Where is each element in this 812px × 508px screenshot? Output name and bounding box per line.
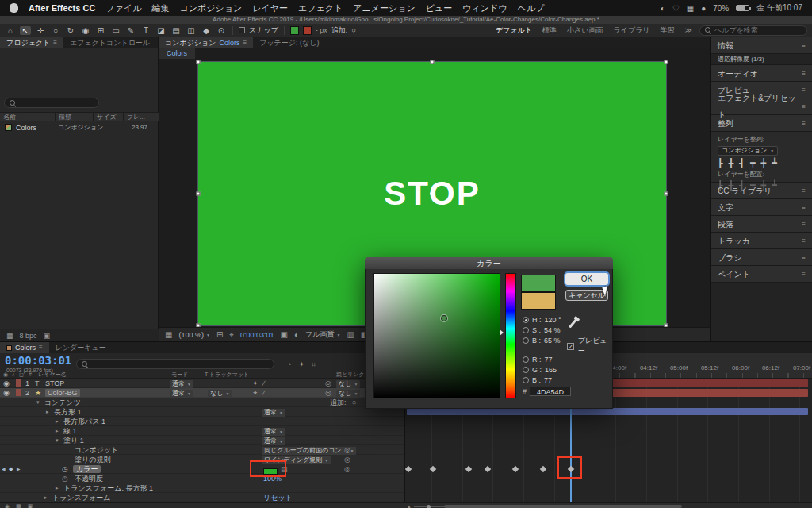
panel-menu-icon[interactable]: ≡ <box>802 98 806 115</box>
workspace-learn[interactable]: 学習 <box>657 25 678 36</box>
status-icon-4[interactable]: ● <box>701 4 706 13</box>
layer-bar-rectangle[interactable] <box>407 408 808 415</box>
parent-dropdown[interactable]: なし▼ <box>336 380 360 388</box>
selection-handle[interactable] <box>197 60 201 64</box>
quality-switch-icon[interactable]: ✦ <box>252 388 259 398</box>
eyedropper-icon[interactable] <box>569 319 577 329</box>
panel-menu-icon[interactable]: ≡ <box>802 65 806 82</box>
draft3d-icon[interactable]: ✦ <box>298 360 304 369</box>
motion-blur-switch-icon[interactable]: ∕ <box>263 379 265 388</box>
transparency-grid-icon[interactable]: ▦ <box>165 330 172 339</box>
property-group-stroke-1[interactable]: ▸ 線 1 通常▼ <box>0 426 404 436</box>
solo-column-icon[interactable]: ◻ <box>19 371 24 379</box>
dialog-title[interactable]: カラー <box>365 257 613 269</box>
mask-visibility-icon[interactable]: ⌖ <box>229 330 234 340</box>
tab-effect-controls[interactable]: エフェクトコントロール <box>63 37 156 48</box>
hue-strip[interactable] <box>505 273 516 398</box>
pickwhip-icon[interactable]: ◎ <box>344 455 350 464</box>
group-name[interactable]: トランスフォーム <box>52 493 110 502</box>
twirl-right-icon[interactable]: ▸ <box>56 483 59 493</box>
timeline-search-box[interactable] <box>76 359 274 369</box>
panel-audio[interactable]: オーディオ ≡ <box>711 65 812 82</box>
workspace-default[interactable]: デフォルト <box>492 25 535 36</box>
property-composite[interactable]: コンポジット 同じグループの前面のコン…▼ ◎ <box>0 445 404 455</box>
expand-layers-icon[interactable]: ◉ <box>5 503 10 508</box>
tab-footage[interactable]: フッテージ: (なし) <box>253 37 325 48</box>
field-green[interactable]: G :165 <box>523 365 557 375</box>
frame-blend-icon[interactable]: ⌗ <box>312 360 316 369</box>
selection-handle[interactable] <box>665 60 668 64</box>
column-parent-link[interactable]: 親とリンク <box>336 371 365 379</box>
viewer-tab-colors[interactable]: Colors <box>159 48 195 59</box>
fill-color-swatch[interactable] <box>290 26 299 35</box>
menu-edit[interactable]: 編集 <box>151 2 169 14</box>
current-time-display[interactable]: 0:00:03:01 <box>5 354 71 367</box>
radio-hue[interactable] <box>523 317 529 323</box>
apple-icon[interactable] <box>10 3 18 13</box>
panel-paragraph[interactable]: 段落 ≡ <box>711 216 812 233</box>
workspace-small-screen[interactable]: 小さい画面 <box>564 25 606 36</box>
property-color[interactable]: ◀ ◆ ▶ ◷ カラー ▤ ◎ <box>0 464 404 474</box>
panel-menu-icon[interactable]: ≡ <box>802 233 806 249</box>
prev-keyframe-icon[interactable]: ◀ <box>2 464 6 474</box>
panel-menu-icon[interactable]: ≡ <box>53 37 57 48</box>
radio-green[interactable] <box>523 367 529 373</box>
group-name[interactable]: 長方形 1 <box>54 407 82 417</box>
panel-tracker[interactable]: トラッカー ≡ <box>711 233 812 249</box>
home-tool-icon[interactable]: ⌂ <box>5 26 16 35</box>
group-blend-mode-dropdown[interactable]: 通常▼ <box>262 437 285 445</box>
help-search-box[interactable] <box>699 25 807 36</box>
column-fps[interactable]: フレ... <box>124 113 155 121</box>
audio-column-icon[interactable]: ♪ <box>12 371 15 379</box>
zoom-out-icon[interactable]: ▴ <box>408 503 411 508</box>
twirl-right-icon[interactable]: ▸ <box>56 426 59 436</box>
menu-help[interactable]: ヘルプ <box>518 2 545 14</box>
grid-guides-icon[interactable]: ⊞ <box>216 330 223 339</box>
clone-stamp-tool-icon[interactable]: ▤ <box>170 26 182 35</box>
panel-info[interactable]: 情報 ≡ <box>711 37 812 54</box>
label-color-chip[interactable] <box>16 379 21 387</box>
panel-menu-icon[interactable]: ≡ <box>243 37 247 48</box>
add-button-icon[interactable]: ○ <box>351 26 355 34</box>
puppet-pin-tool-icon[interactable]: ⊙ <box>216 26 227 35</box>
property-group-transform[interactable]: ▸ トランスフォーム リセット <box>0 493 404 502</box>
tab-composition[interactable]: コンポジション Colors ≡ <box>159 37 253 48</box>
panel-menu-icon[interactable]: ≡ <box>802 249 806 266</box>
hex-input[interactable]: 4DA54D <box>530 387 571 396</box>
column-track-matte[interactable]: T トラックマット <box>205 371 249 379</box>
radio-saturation[interactable] <box>523 327 529 333</box>
panel-menu-icon[interactable]: ≡ <box>802 115 806 132</box>
preview-checkbox-row[interactable]: ✓ プレビュー <box>567 336 612 356</box>
horizontal-scrollbar-thumb[interactable] <box>444 505 682 508</box>
bit-depth-label[interactable]: 8 bpc <box>20 332 37 340</box>
selection-handle[interactable] <box>431 60 435 64</box>
distribute-right-icon[interactable]: ┨ <box>739 180 745 190</box>
project-item-colors[interactable]: Colors コンポジション 23.97. <box>0 122 159 133</box>
layer-name[interactable]: STOP <box>45 379 64 388</box>
column-number[interactable]: # <box>29 371 32 379</box>
property-group-transform-rect[interactable]: ▸ トランスフォーム: 長方形 1 <box>0 483 404 493</box>
stroke-color-swatch[interactable] <box>303 26 312 35</box>
hue-marker-icon[interactable] <box>500 329 504 336</box>
timeline-tab-colors[interactable]: Colors ≡ <box>0 342 49 353</box>
snapshot-icon[interactable]: ▣ <box>281 330 288 339</box>
reset-link[interactable]: リセット <box>263 493 293 502</box>
field-red[interactable]: R :77 <box>523 355 553 364</box>
next-keyframe-icon[interactable]: ▶ <box>17 464 21 474</box>
align-bottom-icon[interactable]: ┷ <box>772 158 777 168</box>
panel-menu-icon[interactable]: ≡ <box>802 199 806 216</box>
radio-brightness[interactable] <box>523 337 529 344</box>
group-name[interactable]: 塗り 1 <box>63 436 84 445</box>
panel-paint[interactable]: ペイント ≡ <box>711 266 812 283</box>
camera-tool-icon[interactable]: ◉ <box>80 26 91 35</box>
panel-menu-icon[interactable]: ≡ <box>802 37 806 54</box>
eye-icon[interactable]: ◉ <box>3 388 10 398</box>
current-time-display[interactable]: 0:00:03:01 <box>240 331 274 339</box>
distribute-center-h-icon[interactable]: ╂ <box>729 180 734 190</box>
saturation-brightness-field[interactable] <box>373 273 500 398</box>
selection-tool-icon[interactable]: ↖ <box>20 26 31 35</box>
layer-name[interactable]: Color-BG <box>45 389 80 397</box>
project-search-box[interactable] <box>4 98 99 108</box>
property-group-rect-path-1[interactable]: ▸ 長方形パス 1 <box>0 417 404 426</box>
parent-pickwhip-icon[interactable]: ◎ <box>325 388 331 398</box>
